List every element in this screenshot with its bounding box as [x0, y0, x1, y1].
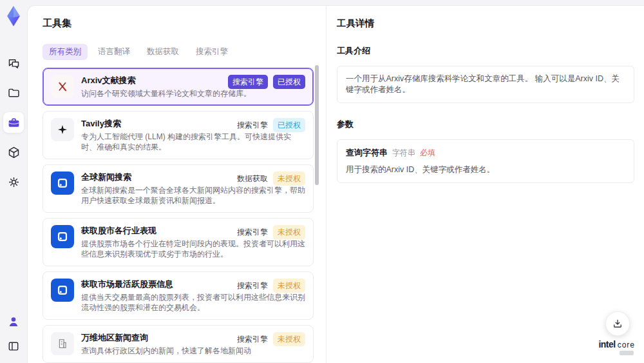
category-badge: 搜索引擎 [237, 332, 268, 346]
param-name: 查询字符串 [346, 147, 388, 158]
tool-list-item[interactable]: 获取市场最活跃股票信息 提供当天交易量最高的股票列表，投资者可以利用这些信息来识… [43, 271, 314, 320]
category-tab[interactable]: 搜索引擎 [189, 44, 234, 60]
tool-description: 专为人工智能代理 (LLM) 构建的搜索引擎工具。可快速提供实时、准确和真实的结… [81, 132, 305, 152]
tool-list-item[interactable]: 全球新闻搜索 全球新闻搜索是一个聚合全球各大新闻网站内容的搜索引擎，帮助用户快速… [43, 164, 314, 213]
sidebar-item-toolbox[interactable] [3, 112, 24, 133]
category-tabs: 所有类别 语言翻译 数据获取 搜索引擎 [43, 44, 326, 60]
category-badge: 搜索引擎 [237, 279, 268, 293]
tool-icon [51, 118, 74, 141]
sidebar-item-files[interactable] [3, 83, 24, 103]
cube-icon [7, 146, 21, 159]
download-icon [612, 318, 623, 329]
tool-list-item[interactable]: 获取股市各行业表现 提供股票市场各个行业在特定时间段内的表现。投资者可以利用这些… [43, 218, 314, 266]
param-type: 字符串 [392, 148, 415, 159]
building-icon [56, 337, 69, 350]
intel-core-logo: intel core [598, 339, 635, 355]
list-scrollbar[interactable] [315, 60, 319, 363]
chat-icon [7, 57, 21, 70]
tool-badges: 搜索引擎 未授权 [237, 279, 305, 293]
tool-description: 查询具体行政区划内的新闻，快速了解各地新闻动 [81, 346, 305, 356]
param-required-badge: 必填 [420, 148, 435, 159]
tool-list-item[interactable]: Tavily搜索 专为人工智能代理 (LLM) 构建的搜索引擎工具。可快速提供实… [43, 111, 314, 159]
app-sidebar [0, 0, 27, 363]
tool-description: 访问各个研究领域大量科学论文和文章的存储库。 [81, 88, 305, 99]
briefcase-icon [7, 116, 21, 130]
tool-description: 全球新闻搜索是一个聚合全球各大新闻网站内容的搜索引擎，帮助用户快速获取全球最新资… [81, 185, 305, 206]
data-app-icon [55, 283, 70, 297]
sidebar-item-chat[interactable] [3, 53, 24, 74]
tool-list: Arxiv文献搜索 访问各个研究领域大量科学论文和文章的存储库。 搜索引擎 已授… [43, 68, 314, 363]
app-logo-icon [3, 5, 24, 27]
sidebar-item-packages[interactable] [3, 142, 24, 162]
status-badge: 未授权 [273, 225, 305, 239]
tool-badges: 数据获取 未授权 [237, 172, 305, 186]
sidebar-item-settings[interactable] [3, 172, 24, 192]
folder-icon [7, 86, 21, 100]
tool-details-panel: 工具详情 工具介绍 一个用于从Arxiv存储库搜索科学论文和文章的工具。 输入可… [326, 6, 644, 363]
tavily-star-icon [56, 123, 69, 136]
category-badge: 搜索引擎 [228, 75, 268, 89]
tool-list-item[interactable]: 万维地区新闻查询 查询具体行政区划内的新闻，快速了解各地新闻动 搜索引擎 未授权 [43, 325, 314, 363]
category-tab[interactable]: 数据获取 [140, 44, 185, 60]
intel-wordmark: intel [598, 339, 615, 349]
tool-icon [51, 332, 74, 355]
tool-badges: 搜索引擎 已授权 [237, 118, 305, 132]
brand-pill [620, 351, 634, 355]
page-title: 工具集 [43, 17, 326, 30]
data-app-icon [55, 230, 70, 244]
param-description: 用于搜索的Arxiv ID、关键字或作者姓名。 [346, 164, 625, 175]
category-badge: 数据获取 [237, 172, 268, 186]
category-tab[interactable]: 所有类别 [43, 44, 88, 60]
param-box: 查询字符串 字符串 必填 用于搜索的Arxiv ID、关键字或作者姓名。 [337, 139, 634, 183]
status-badge: 已授权 [273, 118, 305, 132]
params-heading: 参数 [337, 119, 634, 130]
tool-icon [51, 279, 74, 302]
status-badge: 未授权 [273, 279, 305, 293]
intro-heading: 工具介绍 [337, 45, 634, 57]
sidebar-collapse-button[interactable] [3, 336, 24, 357]
intro-box: 一个用于从Arxiv存储库搜索科学论文和文章的工具。 输入可以是Arxiv ID… [337, 66, 634, 103]
main-content: 工具集 所有类别 语言翻译 数据获取 搜索引擎 [27, 5, 644, 363]
tool-collection-panel: 工具集 所有类别 语言翻译 数据获取 搜索引擎 [28, 6, 326, 363]
status-badge: 已授权 [273, 75, 305, 89]
tool-description: 提供股票市场各个行业在特定时间段内的表现。投资者可以利用这些信息来识别表现优于或… [81, 239, 305, 259]
tool-description: 提供当天交易量最高的股票列表，投资者可以利用这些信息来识别流动性强的股票和潜在的… [81, 292, 305, 313]
status-badge: 未授权 [273, 332, 305, 346]
tool-badges: 搜索引擎 未授权 [237, 332, 305, 346]
download-button[interactable] [605, 311, 630, 336]
tool-icon [51, 172, 74, 195]
tool-list-item[interactable]: Arxiv文献搜索 访问各个研究领域大量科学论文和文章的存储库。 搜索引擎 已授… [43, 68, 314, 106]
data-app-icon [55, 176, 70, 190]
tool-icon [51, 225, 74, 248]
tool-badges: 搜索引擎 已授权 [228, 75, 305, 89]
core-wordmark: core [618, 340, 635, 349]
tool-icon [51, 75, 74, 98]
gear-icon [7, 175, 21, 189]
category-badge: 搜索引擎 [237, 225, 268, 239]
status-badge: 未授权 [273, 172, 305, 186]
details-title: 工具详情 [337, 17, 634, 30]
category-badge: 搜索引擎 [237, 118, 268, 132]
panel-collapse-icon [7, 340, 20, 353]
tool-badges: 搜索引擎 未授权 [237, 225, 305, 239]
arxiv-logo-icon [56, 80, 69, 93]
category-tab[interactable]: 语言翻译 [91, 44, 137, 60]
scrollbar-thumb[interactable] [315, 65, 319, 185]
user-avatar-icon [6, 315, 21, 329]
sidebar-item-account[interactable] [3, 311, 24, 332]
